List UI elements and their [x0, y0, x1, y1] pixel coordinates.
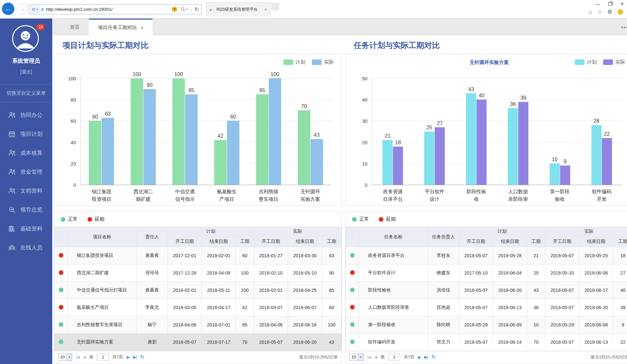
people-icon — [8, 187, 16, 195]
tab-home[interactable]: 首页 — [61, 19, 89, 36]
table-row[interactable]: 中信交通信号指示灯项目唐暮夜2018-02-012018-05-11100201… — [55, 282, 342, 299]
row-value: 2018-05-28 — [493, 247, 527, 264]
window-restore-button[interactable] — [608, 2, 612, 6]
page-options-icon[interactable]: ▾ — [30, 6, 39, 13]
ie-favicon: e — [210, 7, 212, 12]
address-bar[interactable]: ▾ e http://develop.pm2.com.cn:29301/ + ▾… — [29, 4, 202, 14]
status-dot-icon — [350, 270, 355, 275]
first-page-button[interactable]: |◀ — [367, 355, 371, 359]
table-row[interactable]: 平台软件设计睢建东2017-05-102018-06-04252018-05-1… — [346, 264, 627, 282]
last-page-button[interactable]: ▶| — [133, 355, 137, 359]
next-page-button[interactable]: ▶ — [418, 355, 421, 359]
page-number-input[interactable] — [388, 354, 400, 360]
browser-back-button[interactable]: ← — [2, 3, 14, 15]
page-number-input[interactable] — [97, 354, 109, 360]
table-row[interactable]: 软件编码开发简文力2018-05-072018-06-14702018-05-0… — [346, 334, 627, 351]
sub-column-header: 工期 — [613, 236, 627, 247]
status-dot-icon — [350, 288, 355, 292]
row-value: 2018-04-17 — [202, 299, 236, 316]
sidebar-item-5[interactable]: 领导总览 — [0, 200, 52, 219]
row-value: 2018-02-10 — [254, 264, 288, 282]
table-row[interactable]: 锦江集团投资项目唐暮夜2017-12-012018-02-01602018-01… — [55, 247, 342, 264]
prev-page-button[interactable]: ◀ — [374, 355, 377, 359]
sub-column-header: 结束日期 — [288, 236, 322, 247]
row-value: 10 — [527, 316, 545, 334]
sidebar-item-2[interactable]: 成本核算 — [0, 143, 52, 162]
status-dot-icon — [59, 253, 63, 258]
x-axis-label: 平台软件设计 — [425, 188, 444, 203]
people-icon — [8, 149, 16, 157]
browser-forward-button[interactable]: → — [17, 4, 27, 14]
logout-link[interactable]: [退出] — [0, 69, 52, 75]
window-minimize-button[interactable]: — — [595, 1, 600, 7]
refresh-page-button[interactable]: ↻ — [195, 6, 199, 12]
row-name: 氨基酸生产项目 — [68, 299, 137, 316]
table-row[interactable]: 阶段性验收洪佳佳2018-05-072018-06-20432018-05-07… — [346, 282, 627, 299]
bar-value: 9 — [564, 159, 567, 165]
new-tab-button[interactable] — [271, 3, 279, 10]
table-row[interactable]: 第一阶段验收陈向晴2018-05-292018-06-09102018-05-2… — [346, 316, 627, 334]
search-button[interactable]: ▾ — [181, 7, 188, 12]
status-dot-icon — [59, 340, 63, 344]
next-page-button[interactable]: ▶ — [127, 355, 129, 359]
reload-table-button[interactable]: ↻ — [140, 354, 144, 360]
sidebar: 18 系统管理员 [退出] 切换至自定义菜单 协同办公项目计划成本核算资金管理文… — [0, 19, 52, 364]
x-axis-label: 吉利熊猫整车项目 — [259, 188, 278, 203]
favorites-star-icon[interactable]: ☆ — [597, 8, 602, 15]
browser-tab[interactable]: e RDS研发系统管理平台 × — [206, 2, 270, 16]
row-value: 2018-01-27 — [254, 247, 288, 264]
data-table: 任务名称任务负责人计划实际开工日期结束日期工期开工日期结束日期工期政务资源目录平… — [346, 227, 627, 351]
bar-group: 3639人口数据库阶段审 — [497, 78, 539, 185]
table-row[interactable]: 无针圆环实验方案唐影2018-05-072018-07-17702018-05-… — [55, 334, 342, 351]
plan-group-header: 计划 — [168, 227, 254, 236]
x-axis-label: 西北湖二期扩建 — [134, 188, 153, 203]
page-size-select[interactable]: 10▾ — [349, 354, 363, 361]
tab-duration-compare[interactable]: 项目任务工期对比 × — [89, 19, 153, 36]
settings-gear-icon[interactable]: ⚙ — [607, 8, 612, 15]
legend-delayed: 延期 — [88, 216, 104, 222]
status-dot-icon — [350, 305, 355, 309]
sub-column-header: 工期 — [236, 236, 254, 247]
sidebar-item-0[interactable]: 协同办公 — [0, 105, 52, 124]
sidebar-item-3[interactable]: 资金管理 — [0, 162, 52, 181]
user-avatar[interactable] — [12, 25, 39, 52]
project-chart: 计划实际0204060801006063锦江集团投资项目10090西北湖二期扩建… — [54, 54, 342, 206]
sidebar-item-1[interactable]: 项目计划 — [0, 124, 52, 143]
table-row[interactable]: 西北湖二期扩建张玲玲2017-12-282018-04-081002018-02… — [55, 264, 342, 282]
table-row[interactable]: 人口数据库阶段审查宫艳超2018-05-072018-06-13362018-0… — [346, 299, 627, 316]
red-dot-icon — [88, 217, 92, 222]
browser-tab-close-icon[interactable]: × — [265, 7, 267, 12]
switch-menu-link[interactable]: 切换至自定义菜单 — [0, 84, 52, 102]
reload-table-button[interactable]: ↻ — [431, 354, 436, 360]
row-value: 60 — [236, 247, 254, 264]
table-row[interactable]: 吉利熊猫整车先束项目杨宁2018-04-062018-07-01852018-0… — [55, 316, 342, 334]
page-size-select[interactable]: 10▾ — [58, 354, 72, 361]
row-value: 39 — [613, 299, 627, 316]
person-column-header: 任务负责人 — [428, 227, 459, 247]
home-icon[interactable]: ⌂ — [588, 9, 592, 15]
table-row[interactable]: 氨基酸生产项目李夜北2018-03-052018-04-17422018-03-… — [55, 299, 342, 316]
window-close-button[interactable]: × — [620, 1, 624, 7]
tab-close-icon[interactable]: × — [140, 25, 143, 30]
first-page-button[interactable]: |◀ — [76, 355, 79, 359]
bar-group: 4260氨基酸生产项目 — [206, 78, 248, 185]
row-name: 阶段性验收 — [359, 282, 428, 299]
row-value: 2018-05-10 — [545, 264, 579, 282]
last-page-button[interactable]: ▶| — [425, 355, 428, 359]
sidebar-item-4[interactable]: 文档资料 — [0, 181, 52, 200]
feedback-smiley-icon[interactable] — [618, 9, 623, 15]
sidebar-item-7[interactable]: 在线人员 — [0, 238, 52, 257]
bar-value: 90 — [147, 82, 153, 88]
table-row[interactable]: 政务资源目录平台李桂东2018-05-072018-05-28212018-05… — [346, 247, 627, 264]
url-text[interactable]: http://develop.pm2.com.cn:29301/ — [46, 7, 172, 12]
group-icon — [8, 244, 16, 252]
green-dot-icon — [61, 217, 65, 222]
row-person: 睢建东 — [428, 264, 459, 282]
legend-normal: 正常 — [352, 216, 369, 222]
y-tick-label: 40 — [362, 97, 367, 103]
status-dot-icon — [59, 322, 63, 327]
prev-page-button[interactable]: ◀ — [83, 355, 86, 359]
tab-overflow-menu[interactable]: ••• — [621, 24, 627, 30]
compatibility-view-icon[interactable]: + — [172, 7, 177, 12]
sidebar-item-6[interactable]: 基础资料 — [0, 219, 52, 238]
